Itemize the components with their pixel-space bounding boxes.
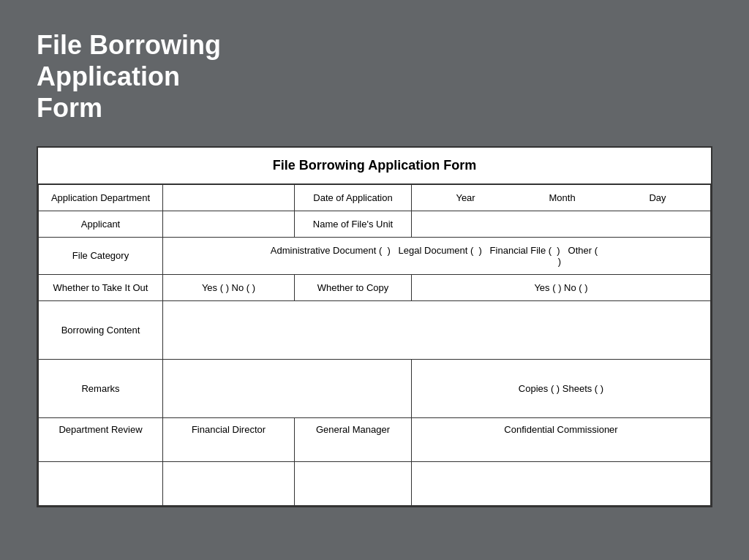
table-row: Borrowing Content <box>39 300 711 359</box>
file-category-options: Administrative Document ( ) Legal Docume… <box>163 237 711 274</box>
general-manager-value[interactable] <box>295 461 412 505</box>
remarks-value[interactable] <box>163 359 412 417</box>
table-row: Remarks Copies ( ) Sheets ( ) <box>39 359 711 417</box>
page-title: File Borrowing Application Form <box>37 29 712 124</box>
applicant-label: Applicant <box>39 211 163 237</box>
remarks-label: Remarks <box>39 359 163 417</box>
date-value-cell[interactable]: Year Month Day <box>412 184 711 211</box>
dept-review-label: Department Review <box>39 417 163 461</box>
month-label: Month <box>549 192 576 203</box>
copy-label: Whether to Copy <box>295 274 412 300</box>
signature-values-row <box>39 461 711 505</box>
year-label: Year <box>456 192 475 203</box>
copies-sheets: Copies ( ) Sheets ( ) <box>412 359 711 417</box>
applicant-value[interactable] <box>163 211 295 237</box>
confidential-commissioner-value[interactable] <box>412 461 711 505</box>
borrowing-content-label: Borrowing Content <box>39 300 163 359</box>
files-unit-value[interactable] <box>412 211 711 237</box>
financial-director-value[interactable] <box>163 461 295 505</box>
day-label: Day <box>649 192 666 203</box>
copy-options: Yes ( ) No ( ) <box>412 274 711 300</box>
take-out-label: Whether to Take It Out <box>39 274 163 300</box>
form-title: File Borrowing Application Form <box>38 148 711 184</box>
borrowing-content-value[interactable] <box>163 300 711 359</box>
confidential-commissioner-label: Confidential Commissioner <box>412 417 711 461</box>
application-department-label: Application Department <box>39 184 163 211</box>
form-container: File Borrowing Application Form Applicat… <box>37 146 712 507</box>
financial-director-label: Financial Director <box>163 417 295 461</box>
date-of-application-label: Date of Application <box>295 184 412 211</box>
file-category-label: File Category <box>39 237 163 274</box>
table-row: Application Department Date of Applicati… <box>39 184 711 211</box>
take-out-options: Yes ( ) No ( ) <box>163 274 295 300</box>
form-table: Application Department Date of Applicati… <box>38 184 711 506</box>
table-row: Applicant Name of File's Unit <box>39 211 711 237</box>
signature-labels-row: Department Review Financial Director Gen… <box>39 417 711 461</box>
files-unit-label: Name of File's Unit <box>295 211 412 237</box>
application-department-value[interactable] <box>163 184 295 211</box>
dept-review-value[interactable] <box>39 461 163 505</box>
table-row: File Category Administrative Document ( … <box>39 237 711 274</box>
table-row: Whether to Take It Out Yes ( ) No ( ) Wh… <box>39 274 711 300</box>
general-manager-label: General Manager <box>295 417 412 461</box>
